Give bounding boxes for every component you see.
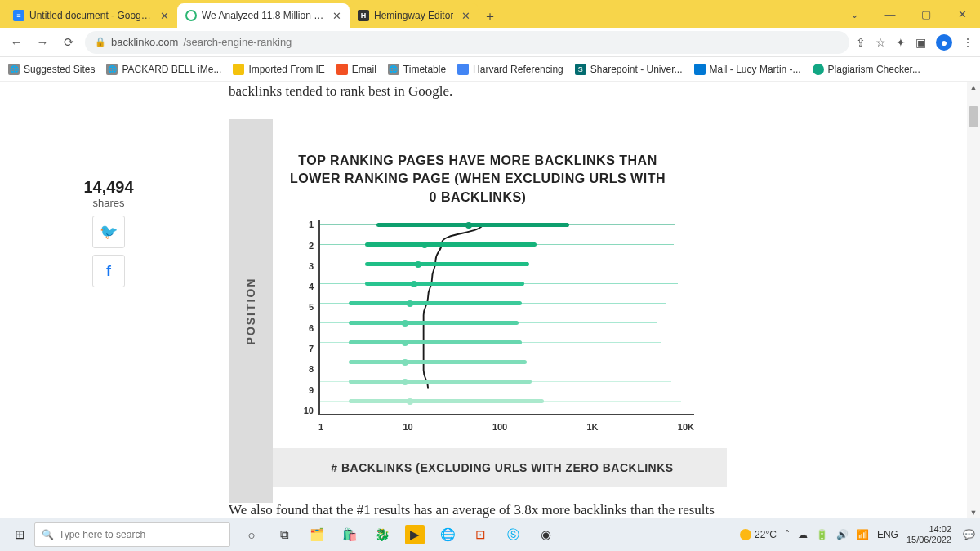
globe-icon: 🌐 xyxy=(388,64,399,75)
skype-icon[interactable]: Ⓢ xyxy=(503,525,523,544)
scroll-down-arrow-icon[interactable]: ▼ xyxy=(967,509,980,517)
search-icon: 🔍 xyxy=(42,529,54,540)
article-body: backlinks tended to rank best in Google.… xyxy=(229,82,898,518)
globe-icon: 🌐 xyxy=(106,64,118,75)
browser-toolbar: ← → ⟳ 🔒 backlinko.com/search-engine-rank… xyxy=(0,28,980,57)
vertical-scrollbar[interactable]: ▲ ▼ xyxy=(967,82,980,518)
extensions-icon[interactable]: ✦ xyxy=(896,36,906,49)
share-twitter-button[interactable]: 🐦 xyxy=(92,216,125,248)
hemingway-icon: H xyxy=(358,10,369,21)
close-icon[interactable]: ✕ xyxy=(461,10,470,22)
bookmark-item[interactable]: Harvard Referencing xyxy=(457,64,564,75)
task-view-icon[interactable]: ⧉ xyxy=(274,525,294,544)
browser-tabstrip: ≡ Untitled document - Google Doc ✕ We An… xyxy=(0,0,980,28)
chart-yaxis-label: POSITION xyxy=(244,278,257,345)
close-icon[interactable]: ✕ xyxy=(160,10,169,22)
bookmark-item[interactable]: 🌐Timetable xyxy=(388,64,446,75)
lock-icon: 🔒 xyxy=(95,37,106,47)
battery-icon[interactable]: 🔋 xyxy=(816,529,828,540)
toolbar-right: ⇪ ☆ ✦ ▣ ● ⋮ xyxy=(856,34,973,51)
volume-icon[interactable]: 🔊 xyxy=(836,529,849,540)
outlook-icon xyxy=(694,64,706,75)
facebook-icon: f xyxy=(106,263,111,280)
search-placeholder: Type here to search xyxy=(59,529,145,540)
url-path: /search-engine-ranking xyxy=(183,36,292,48)
clock-time: 14:02 xyxy=(906,524,951,535)
scroll-up-arrow-icon[interactable]: ▲ xyxy=(967,83,980,91)
windows-taskbar: ⊞ 🔍 Type here to search ○ ⧉ 🗂️ 🛍️ 🐉 ▶ 🌐 … xyxy=(0,518,980,551)
bookmark-item[interactable]: Email xyxy=(336,64,376,75)
sharepoint-icon: S xyxy=(575,64,586,75)
close-icon[interactable]: ✕ xyxy=(332,10,341,22)
browser-tab-active[interactable]: We Analyzed 11.8 Million Google ✕ xyxy=(177,3,350,28)
chrome-icon[interactable]: ◉ xyxy=(536,525,555,544)
share-page-icon[interactable]: ⇪ xyxy=(856,36,866,49)
edge-icon[interactable]: 🌐 xyxy=(438,525,457,544)
scrollbar-thumb[interactable] xyxy=(969,106,978,127)
tray-chevron-icon[interactable]: ˄ xyxy=(785,529,790,540)
bookmark-item[interactable]: 🌐PACKARD BELL iMe... xyxy=(106,64,221,75)
share-count: 14,494 xyxy=(76,178,141,197)
taskbar-clock[interactable]: 14:02 15/06/2022 xyxy=(906,524,951,545)
reading-list-icon[interactable]: ▣ xyxy=(915,36,926,49)
kebab-menu-icon[interactable]: ⋮ xyxy=(962,36,973,49)
chart-plot-area: 12345678910 1101001K10K xyxy=(294,220,694,415)
cortana-icon[interactable]: ○ xyxy=(242,525,261,544)
start-button[interactable]: ⊞ xyxy=(5,527,34,542)
notifications-icon[interactable]: 💬 xyxy=(963,529,975,540)
grammarly-icon xyxy=(813,64,824,75)
mail-icon xyxy=(336,64,348,75)
bookmark-item[interactable]: SSharepoint - Univer... xyxy=(575,64,683,75)
close-window-button[interactable]: ✕ xyxy=(944,0,980,28)
share-facebook-button[interactable]: f xyxy=(92,255,125,287)
sun-icon xyxy=(740,529,751,540)
forward-button[interactable]: → xyxy=(33,33,52,52)
office-icon[interactable]: ⊡ xyxy=(470,525,490,544)
share-widget: 14,494 shares 🐦 f xyxy=(76,178,141,287)
system-tray: 22°C ˄ ☁ 🔋 🔊 📶 ENG 14:02 15/06/2022 💬 xyxy=(740,524,975,545)
browser-tab[interactable]: ≡ Untitled document - Google Doc ✕ xyxy=(5,3,177,28)
chart-xaxis-ticks: 1101001K10K xyxy=(318,422,694,432)
twitter-icon: 🐦 xyxy=(100,223,118,241)
file-explorer-icon[interactable]: 🗂️ xyxy=(307,525,327,544)
onedrive-icon[interactable]: ☁ xyxy=(798,529,808,540)
chart-yaxis-ticks: 12345678910 xyxy=(302,220,314,415)
bookmark-item[interactable]: 🌐Suggested Sites xyxy=(8,64,95,75)
tab-label: Untitled document - Google Doc xyxy=(29,10,152,21)
tab-label: Hemingway Editor xyxy=(374,10,453,21)
reload-button[interactable]: ⟳ xyxy=(59,33,78,52)
language-indicator[interactable]: ENG xyxy=(877,529,898,540)
folder-icon xyxy=(233,64,244,75)
microsoft-store-icon[interactable]: 🛍️ xyxy=(340,525,359,544)
weather-temp: 22°C xyxy=(755,529,777,540)
globe-icon: 🌐 xyxy=(8,64,20,75)
maximize-button[interactable]: ▢ xyxy=(908,0,944,28)
back-button[interactable]: ← xyxy=(7,33,26,52)
minimize-button[interactable]: ― xyxy=(872,0,908,28)
bookmark-item[interactable]: Imported From IE xyxy=(233,64,324,75)
bookmark-item[interactable]: Mail - Lucy Martin -... xyxy=(694,64,801,75)
bookmark-star-icon[interactable]: ☆ xyxy=(875,36,886,49)
window-controls: ⌄ ― ▢ ✕ xyxy=(836,0,980,28)
chart-trendline xyxy=(345,220,694,402)
chevron-down-icon[interactable]: ⌄ xyxy=(836,0,872,28)
address-bar[interactable]: 🔒 backlinko.com/search-engine-ranking xyxy=(85,31,849,54)
chart-bars xyxy=(318,220,694,415)
article-intro-line: backlinks tended to rank best in Google. xyxy=(229,83,898,100)
weather-widget[interactable]: 22°C xyxy=(740,529,777,540)
profile-avatar[interactable]: ● xyxy=(936,34,952,51)
chart-figure: POSITION TOP RANKING PAGES HAVE MORE BAC… xyxy=(229,119,727,487)
app-icon[interactable]: ▶ xyxy=(405,525,425,544)
cloud-icon xyxy=(457,64,469,75)
taskbar-search[interactable]: 🔍 Type here to search xyxy=(34,522,230,547)
browser-tab[interactable]: H Hemingway Editor ✕ xyxy=(350,3,479,28)
tab-label: We Analyzed 11.8 Million Google xyxy=(202,10,324,21)
gdocs-icon: ≡ xyxy=(13,10,24,21)
new-tab-button[interactable]: ＋ xyxy=(479,5,501,28)
chart-yaxis-label-box: POSITION xyxy=(229,119,273,503)
chart-xaxis-label: # BACKLINKS (EXCLUDING URLS WITH ZERO BA… xyxy=(229,448,727,487)
wifi-icon[interactable]: 📶 xyxy=(857,529,869,540)
bookmark-item[interactable]: Plagiarism Checker... xyxy=(813,64,920,75)
app-icon[interactable]: 🐉 xyxy=(372,525,392,544)
clock-date: 15/06/2022 xyxy=(906,535,951,545)
